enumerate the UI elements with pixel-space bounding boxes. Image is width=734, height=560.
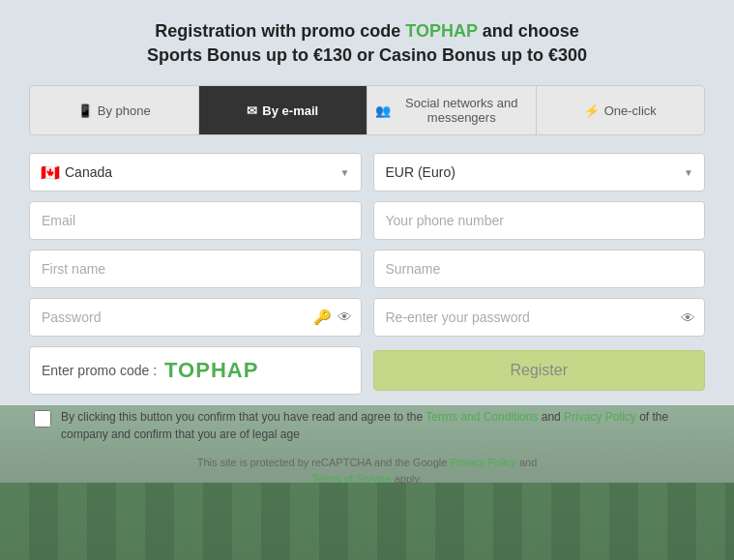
email-input[interactable] bbox=[29, 201, 362, 240]
tab-one-click[interactable]: ⚡ One-click bbox=[537, 86, 705, 134]
phone-group bbox=[373, 201, 706, 240]
recaptcha-notice: This site is protected by reCAPTCHA and … bbox=[29, 455, 705, 486]
promo-register-row: Enter promo code : TOPHAP Register bbox=[29, 346, 705, 395]
promo-code-display: TOPHAP bbox=[164, 358, 258, 383]
privacy-link[interactable]: Privacy Policy bbox=[564, 410, 636, 424]
phone-input[interactable] bbox=[373, 201, 706, 240]
consent-middle: and bbox=[538, 410, 564, 424]
promo-label: Enter promo code : bbox=[42, 363, 157, 378]
email-group bbox=[29, 201, 362, 240]
tab-one-click-label: One-click bbox=[604, 103, 657, 118]
recaptcha-middle: and bbox=[516, 457, 537, 468]
consent-checkbox[interactable] bbox=[34, 410, 51, 427]
email-phone-row bbox=[29, 201, 705, 240]
consent-prefix: By clicking this button you confirm that… bbox=[61, 410, 426, 424]
surname-group bbox=[373, 250, 706, 288]
surname-input[interactable] bbox=[373, 250, 706, 288]
eye-icon[interactable]: 👁 bbox=[338, 309, 352, 326]
country-flag: 🇨🇦 bbox=[41, 163, 60, 182]
recaptcha-prefix: This site is protected by reCAPTCHA and … bbox=[197, 457, 451, 468]
firstname-group bbox=[29, 250, 362, 288]
name-row bbox=[29, 250, 705, 288]
currency-select[interactable]: EUR (Euro) USD (Dollar) GBP (Pound) CAD … bbox=[373, 153, 706, 192]
headline-line2: Sports Bonus up to €130 or Casino Bonus … bbox=[147, 45, 587, 65]
headline-prefix: Registration with promo code bbox=[155, 21, 405, 41]
register-button[interactable]: Register bbox=[373, 350, 706, 391]
repassword-input[interactable] bbox=[373, 298, 706, 337]
phone-icon: 📱 bbox=[77, 103, 93, 118]
country-currency-row: 🇨🇦 Canada United States United Kingdom G… bbox=[29, 153, 705, 192]
repassword-eye-icon[interactable]: 👁 bbox=[681, 309, 695, 326]
promo-field: Enter promo code : TOPHAP bbox=[29, 346, 362, 395]
headline-suffix: and choose bbox=[478, 21, 579, 41]
password-icons: 🔑 👁 bbox=[313, 309, 352, 326]
consent-row: By clicking this button you confirm that… bbox=[29, 408, 705, 443]
tab-by-email[interactable]: ✉ By e-mail bbox=[199, 86, 368, 134]
country-select-wrapper: 🇨🇦 Canada United States United Kingdom G… bbox=[29, 153, 362, 192]
currency-select-wrapper: EUR (Euro) USD (Dollar) GBP (Pound) CAD … bbox=[373, 153, 706, 192]
tab-by-phone[interactable]: 📱 By phone bbox=[30, 86, 199, 134]
consent-text: By clicking this button you confirm that… bbox=[61, 408, 700, 443]
tab-social-label: Social networks and messengers bbox=[396, 96, 528, 125]
country-select[interactable]: Canada United States United Kingdom Germ… bbox=[29, 153, 362, 192]
tab-social[interactable]: 👥 Social networks and messengers bbox=[367, 86, 537, 134]
recaptcha-terms-link[interactable]: Terms of Service bbox=[312, 473, 392, 485]
repassword-icons: 👁 bbox=[681, 309, 695, 326]
recaptcha-privacy-link[interactable]: Privacy Policy bbox=[450, 457, 515, 468]
password-group: 🔑 👁 bbox=[29, 298, 362, 337]
social-icon: 👥 bbox=[375, 103, 391, 118]
headline: Registration with promo code TOPHAP and … bbox=[29, 19, 705, 68]
email-icon: ✉ bbox=[247, 103, 257, 118]
firstname-input[interactable] bbox=[29, 250, 362, 288]
password-row: 🔑 👁 👁 bbox=[29, 298, 705, 337]
recaptcha-suffix: apply. bbox=[392, 473, 423, 485]
password-input[interactable] bbox=[29, 298, 362, 337]
tab-by-email-label: By e-mail bbox=[262, 103, 318, 118]
promo-highlight: TOPHAP bbox=[405, 21, 477, 41]
repassword-group: 👁 bbox=[373, 298, 706, 337]
registration-tabs: 📱 By phone ✉ By e-mail 👥 Social networks… bbox=[29, 85, 705, 135]
terms-link[interactable]: Terms and Conditions bbox=[426, 410, 538, 424]
tab-by-phone-label: By phone bbox=[98, 103, 151, 118]
key-icon: 🔑 bbox=[313, 309, 332, 326]
lightning-icon: ⚡ bbox=[584, 103, 600, 118]
